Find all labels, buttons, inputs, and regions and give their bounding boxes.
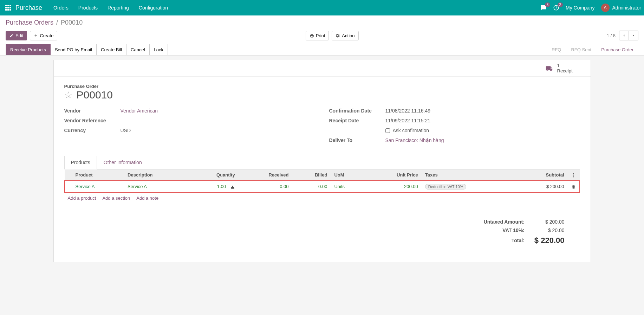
- chevron-left-icon: [622, 33, 626, 38]
- kebab-icon[interactable]: ⋮: [571, 172, 576, 178]
- totals: Untaxed Amount: $ 200.00 VAT 10%: $ 20.0…: [64, 218, 580, 246]
- breadcrumb-parent[interactable]: Purchase Orders: [6, 19, 53, 26]
- company-switcher[interactable]: My Company: [566, 5, 594, 11]
- breadcrumb-sep: /: [56, 19, 58, 26]
- confirmation-date-value: 11/08/2022 11:16:49: [385, 108, 430, 114]
- line-product[interactable]: Service A: [76, 184, 95, 189]
- apps-icon[interactable]: [3, 2, 13, 13]
- status-buttons: Receive Products Send PO by Email Create…: [6, 44, 168, 55]
- breadcrumb: Purchase Orders / P00010: [6, 19, 638, 26]
- app-brand[interactable]: Purchase: [13, 4, 48, 12]
- col-taxes: Taxes: [422, 169, 518, 181]
- forecast-icon[interactable]: [230, 184, 235, 189]
- line-description: Service A: [124, 181, 188, 192]
- vendor-label: Vendor: [64, 108, 121, 114]
- lock-button[interactable]: Lock: [150, 44, 168, 55]
- confirmation-date-label: Confirmation Date: [329, 108, 385, 114]
- total-value: $ 220.00: [529, 234, 570, 246]
- pager: 1 / 8: [607, 31, 638, 40]
- vendor-value[interactable]: Vendor American: [121, 108, 158, 114]
- chevron-right-icon: [632, 33, 635, 38]
- navbar: Purchase Orders Products Reporting Confi…: [0, 0, 644, 15]
- total-label: Total:: [479, 234, 529, 246]
- add-note-link[interactable]: Add a note: [136, 195, 158, 201]
- untaxed-label: Untaxed Amount:: [479, 218, 529, 226]
- status-rfq[interactable]: RFQ: [547, 44, 566, 55]
- line-uom: Units: [331, 181, 365, 192]
- receipt-label: Receipt: [557, 68, 573, 73]
- avatar: A: [601, 4, 610, 12]
- svg-rect-8: [9, 9, 11, 11]
- svg-rect-5: [9, 7, 11, 8]
- nav-menu: Orders Products Reporting Configuration: [53, 5, 168, 11]
- untaxed-value: $ 200.00: [529, 218, 570, 226]
- ask-confirmation-label: Ask confirmation: [393, 128, 429, 133]
- user-name: Administrator: [612, 5, 641, 11]
- nav-configuration[interactable]: Configuration: [139, 5, 168, 11]
- pencil-icon: [9, 33, 14, 38]
- receipt-date-value: 11/09/2022 11:15:21: [385, 118, 430, 123]
- line-subtotal: $ 200.00: [518, 181, 568, 192]
- po-name: P00010: [77, 89, 113, 101]
- svg-rect-7: [7, 9, 9, 11]
- page-title-label: Purchase Order: [64, 84, 580, 89]
- line-unit-price: 200.00: [365, 181, 422, 192]
- status-purchase-order[interactable]: Purchase Order: [596, 44, 638, 55]
- print-button[interactable]: Print: [306, 31, 329, 40]
- table-row[interactable]: Service A Service A 1.00 0.00 0.00 Units…: [65, 181, 580, 192]
- line-received: 0.00: [239, 181, 292, 192]
- create-button[interactable]: Create: [30, 31, 57, 40]
- star-icon[interactable]: ☆: [64, 90, 72, 101]
- control-panel: Purchase Orders / P00010 Edit Create Pri…: [0, 15, 644, 56]
- line-billed: 0.00: [292, 181, 331, 192]
- send-po-email-button[interactable]: Send PO by Email: [51, 44, 97, 55]
- add-section-link[interactable]: Add a section: [102, 195, 130, 201]
- action-button[interactable]: Action: [332, 31, 358, 40]
- nav-reporting[interactable]: Reporting: [108, 5, 129, 11]
- add-product-link[interactable]: Add a product: [68, 195, 96, 201]
- col-billed: Billed: [292, 169, 331, 181]
- tab-other-info[interactable]: Other Information: [97, 156, 149, 169]
- svg-rect-1: [7, 5, 9, 6]
- breadcrumb-current: P00010: [61, 19, 83, 26]
- activities-icon[interactable]: 2: [553, 5, 559, 11]
- user-menu[interactable]: A Administrator: [601, 4, 641, 12]
- status-rfq-sent[interactable]: RFQ Sent: [566, 44, 596, 55]
- receipt-count: 1: [557, 63, 573, 68]
- trash-icon[interactable]: [571, 184, 576, 189]
- activities-badge: 2: [558, 2, 563, 7]
- currency-value: USD: [121, 128, 131, 133]
- create-bill-button[interactable]: Create Bill: [97, 44, 126, 55]
- deliver-to-label: Deliver To: [329, 137, 385, 143]
- vat-label: VAT 10%:: [479, 226, 529, 234]
- pager-counter[interactable]: 1 / 8: [607, 33, 616, 38]
- receipt-stat-button[interactable]: 1 Receipt: [538, 60, 591, 76]
- ask-confirmation-checkbox[interactable]: [385, 128, 390, 133]
- col-uom: UoM: [331, 169, 365, 181]
- nav-products[interactable]: Products: [78, 5, 98, 11]
- cancel-button[interactable]: Cancel: [126, 44, 149, 55]
- col-quantity: Quantity: [188, 169, 238, 181]
- truck-icon: [545, 64, 554, 73]
- svg-rect-2: [9, 5, 11, 6]
- messages-icon[interactable]: 3: [540, 5, 547, 11]
- col-subtotal: Subtotal: [518, 169, 568, 181]
- plus-icon: [34, 33, 38, 38]
- tabs: Products Other Information: [64, 156, 580, 169]
- pager-prev[interactable]: [619, 31, 629, 40]
- vendor-ref-label: Vendor Reference: [64, 118, 121, 123]
- edit-button[interactable]: Edit: [6, 31, 27, 40]
- tab-products[interactable]: Products: [64, 156, 97, 169]
- col-received: Received: [239, 169, 292, 181]
- svg-rect-0: [5, 5, 7, 6]
- receive-products-button[interactable]: Receive Products: [6, 44, 51, 55]
- pager-next[interactable]: [629, 31, 638, 40]
- print-icon: [310, 33, 314, 38]
- svg-rect-4: [7, 7, 9, 8]
- svg-rect-6: [5, 9, 7, 11]
- col-product: Product: [72, 169, 124, 181]
- deliver-to-value[interactable]: San Francisco: Nhận hàng: [385, 137, 444, 143]
- col-description: Description: [124, 169, 188, 181]
- nav-orders[interactable]: Orders: [53, 5, 69, 11]
- svg-rect-3: [5, 7, 7, 8]
